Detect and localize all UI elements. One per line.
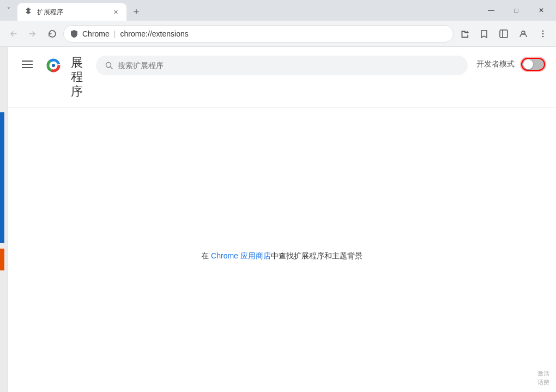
- dev-mode-section: 开发者模式: [476, 58, 545, 71]
- watermark-line1: 激活: [537, 370, 549, 378]
- new-tab-button[interactable]: +: [129, 4, 144, 20]
- nav-right-actions: [456, 25, 552, 43]
- address-bar[interactable]: Chrome | chrome://extensions: [63, 25, 454, 43]
- left-sidebar: [0, 47, 8, 392]
- chevron-icon: ˅: [7, 7, 10, 14]
- extension-favicon-icon: [24, 8, 33, 16]
- share-icon: [460, 29, 469, 39]
- extensions-header: 展 程 序 开发者模式: [8, 47, 556, 108]
- svg-point-11: [52, 64, 55, 67]
- bookmark-button[interactable]: [475, 25, 493, 43]
- store-text-prefix: 在: [201, 251, 211, 260]
- profile-button[interactable]: [515, 25, 532, 43]
- hamburger-menu-button[interactable]: [19, 56, 36, 73]
- svg-point-4: [542, 33, 544, 34]
- page-title-container: 展 程 序: [71, 56, 83, 99]
- dev-mode-toggle[interactable]: [521, 58, 545, 71]
- tab-close-button[interactable]: ✕: [111, 8, 120, 16]
- back-button[interactable]: [4, 25, 22, 43]
- back-icon: [8, 29, 18, 39]
- search-input[interactable]: [118, 61, 459, 70]
- url-separator: |: [114, 29, 116, 38]
- chrome-store-link[interactable]: Chrome 应用商店: [211, 251, 271, 260]
- watermark: 激活 话费: [537, 370, 549, 387]
- minimize-button[interactable]: —: [479, 0, 504, 21]
- window-controls: — □ ✕: [479, 0, 556, 21]
- extensions-body: 在 Chrome 应用商店中查找扩展程序和主题背景: [8, 108, 556, 392]
- url-display[interactable]: chrome://extensions: [120, 29, 446, 38]
- svg-line-13: [111, 67, 113, 69]
- chevron-area: ˅: [0, 0, 17, 21]
- forward-button[interactable]: [24, 25, 41, 43]
- store-text-suffix: 中查找扩展程序和主题背景: [271, 251, 362, 260]
- sidebar-icon: [499, 29, 509, 39]
- svg-rect-0: [500, 30, 507, 38]
- maximize-button[interactable]: □: [504, 0, 529, 21]
- bookmark-icon: [479, 29, 489, 39]
- sidebar-button[interactable]: [495, 25, 512, 43]
- chrome-brand-label: Chrome: [82, 29, 110, 38]
- svg-point-3: [542, 30, 544, 32]
- close-button[interactable]: ✕: [529, 0, 554, 21]
- watermark-line2: 话费: [537, 378, 549, 387]
- title-bar: ˅ 扩展程序 ✕ + — □ ✕: [0, 0, 556, 21]
- nav-bar: Chrome | chrome://extensions: [0, 21, 556, 47]
- page-layout: 展 程 序 开发者模式 在 Chrome 应用商店中查找扩展程序: [0, 47, 556, 392]
- search-icon: [105, 61, 113, 70]
- tab-title-text: 扩展程序: [37, 8, 107, 17]
- active-tab[interactable]: 扩展程序 ✕: [17, 3, 126, 21]
- page-title-2: 程: [71, 70, 83, 84]
- sidebar-blue-strip: [0, 112, 4, 243]
- store-link-paragraph: 在 Chrome 应用商店中查找扩展程序和主题背景: [201, 251, 362, 261]
- page-title: 展: [71, 56, 83, 70]
- security-icon: [70, 29, 78, 38]
- dev-mode-label: 开发者模式: [476, 59, 515, 69]
- reload-icon: [47, 29, 57, 39]
- reload-button[interactable]: [44, 25, 61, 43]
- share-button[interactable]: [456, 25, 473, 43]
- page-title-3: 序: [71, 85, 83, 99]
- profile-icon: [518, 29, 528, 39]
- menu-button[interactable]: [534, 25, 552, 43]
- search-bar[interactable]: [96, 56, 468, 75]
- chrome-logo-icon: [45, 57, 62, 74]
- sidebar-orange-strip: [0, 249, 4, 270]
- menu-icon: [538, 29, 548, 39]
- main-content: 展 程 序 开发者模式 在 Chrome 应用商店中查找扩展程序: [8, 47, 556, 392]
- tab-strip: 扩展程序 ✕ +: [17, 0, 479, 21]
- forward-icon: [28, 29, 38, 39]
- svg-point-5: [542, 35, 544, 37]
- toggle-knob: [523, 59, 533, 69]
